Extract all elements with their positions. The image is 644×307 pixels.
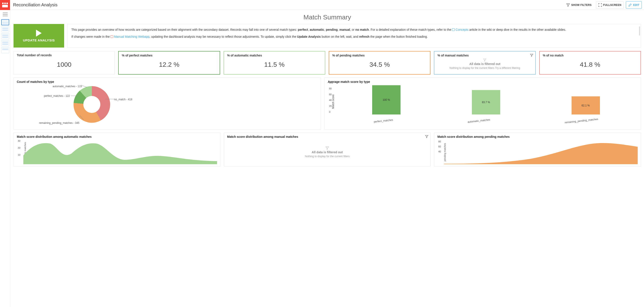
page-app-title: Reconciliation Analysis xyxy=(10,2,564,7)
fullscreen-label: FULLSCREEN xyxy=(603,3,622,6)
play-icon xyxy=(36,30,42,37)
card-title: Count of matches by type xyxy=(17,80,318,83)
stat-value: 12.2 % xyxy=(122,57,216,72)
fullscreen-icon xyxy=(598,3,602,7)
slide-thumb-2[interactable] xyxy=(1,26,9,32)
area-automatic-card: Match score distribution among automatic… xyxy=(14,133,220,166)
show-filters-button[interactable]: SHOW FILTERS xyxy=(564,1,594,8)
stat-label: % of manual matches xyxy=(438,54,532,57)
page-title: Match Summary xyxy=(14,13,641,21)
manual-matching-link[interactable]: Manual Matching Webapp xyxy=(114,35,150,38)
stat-total: Total number of records 1000 xyxy=(14,51,115,75)
stat-label: Total number of records xyxy=(17,53,112,57)
stat-value: 41.8 % xyxy=(543,57,638,72)
y-axis-label: Match score xyxy=(332,94,335,109)
area-chart-pending: pending matches 80 60 40 xyxy=(438,140,638,164)
area-pending-card: Match score distribution among pending m… xyxy=(434,133,641,166)
donut-label-nomatch: no_match - 418 xyxy=(114,98,132,101)
slide-thumb-3[interactable] xyxy=(1,33,9,39)
logo-icon xyxy=(2,2,8,7)
stat-perfect: % of perfect matches 12.2 % xyxy=(118,51,220,75)
donut-card: Count of matches by type no_match - 418 … xyxy=(14,78,321,129)
stat-value: 11.5 % xyxy=(227,57,322,72)
stat-value: 34.5 % xyxy=(332,57,427,72)
slide-rail xyxy=(0,10,10,307)
stat-pending: % of pending matches 34.5 % xyxy=(329,51,430,75)
funnel-icon xyxy=(483,58,486,61)
edit-label: EDIT xyxy=(633,3,640,6)
pencil-icon xyxy=(628,3,632,7)
bar-card: Average match score by type Match score … xyxy=(324,78,641,129)
app-logo[interactable] xyxy=(0,0,10,10)
fullscreen-button[interactable]: FULLSCREEN xyxy=(596,1,624,9)
show-filters-label: SHOW FILTERS xyxy=(571,3,592,6)
area-manual-card: Match score distribution among manual ma… xyxy=(224,133,431,166)
funnel-icon[interactable] xyxy=(425,135,428,139)
svg-rect-2 xyxy=(6,2,8,4)
stat-label: % of perfect matches xyxy=(122,54,216,57)
stat-label: % of pending matches xyxy=(332,54,427,57)
edit-button[interactable]: EDIT xyxy=(626,1,642,9)
stat-manual: % of manual matches All data is filtered… xyxy=(434,51,536,75)
update-analysis-label: UPDATE ANALYSIS xyxy=(23,38,55,42)
card-title: Match score distribution among manual ma… xyxy=(227,135,427,138)
filtered-message: All data is filtered out Nothing to disp… xyxy=(227,145,427,158)
bar-pending: 62.1 % xyxy=(572,96,600,114)
area-chart-automatic: automatic matches 30 20 10 xyxy=(17,140,217,164)
scrollbar[interactable] xyxy=(639,26,640,35)
bar-perfect: 100 % xyxy=(372,85,400,114)
stat-label: % of no match xyxy=(543,54,638,57)
description-p1: This page provides an overview of how re… xyxy=(71,27,637,32)
funnel-icon[interactable] xyxy=(530,54,533,57)
donut-label-perfect: perfect_matches - 122 xyxy=(44,94,70,97)
slide-thumb-4[interactable] xyxy=(1,40,9,46)
funnel-icon xyxy=(326,146,329,150)
concepts-link[interactable]: Concepts xyxy=(456,28,468,31)
funnel-icon xyxy=(566,3,570,7)
svg-rect-3 xyxy=(2,4,8,7)
filtered-message: All data is filtered out Nothing to disp… xyxy=(438,57,532,69)
x-axis-labels: perfect_matches automatic_matches remain… xyxy=(336,119,636,122)
bar-chart: Match score 0 20 40 60 80 100 xyxy=(328,85,638,118)
donut-label-automatic: automatic_matches - 115 xyxy=(52,85,82,88)
stat-nomatch: % of no match 41.8 % xyxy=(539,51,641,75)
description-p2: If changes were made in the Manual Match… xyxy=(71,34,637,39)
card-title: Match score distribution among pending m… xyxy=(438,135,638,138)
svg-rect-1 xyxy=(4,2,6,4)
update-analysis-button[interactable]: UPDATE ANALYSIS xyxy=(14,24,64,47)
donut-label-pending: remaining_pending_matches - 345 xyxy=(39,121,80,124)
stat-value: 1000 xyxy=(17,57,112,72)
slide-thumb-5[interactable] xyxy=(1,47,9,53)
webapp-icon xyxy=(110,35,113,38)
stat-label: % of automatic matches xyxy=(227,54,322,57)
svg-rect-0 xyxy=(2,2,4,4)
card-title: Match score distribution among automatic… xyxy=(17,135,217,138)
stat-automatic: % of automatic matches 11.5 % xyxy=(224,51,325,75)
hamburger-icon[interactable] xyxy=(3,13,8,16)
card-title: Average match score by type xyxy=(328,80,638,83)
bar-automatic: 83.7 % xyxy=(472,90,500,114)
donut-chart xyxy=(74,86,110,123)
wiki-icon xyxy=(452,28,455,31)
description-panel: This page provides an overview of how re… xyxy=(67,24,641,47)
slide-thumb-1[interactable] xyxy=(1,19,9,25)
